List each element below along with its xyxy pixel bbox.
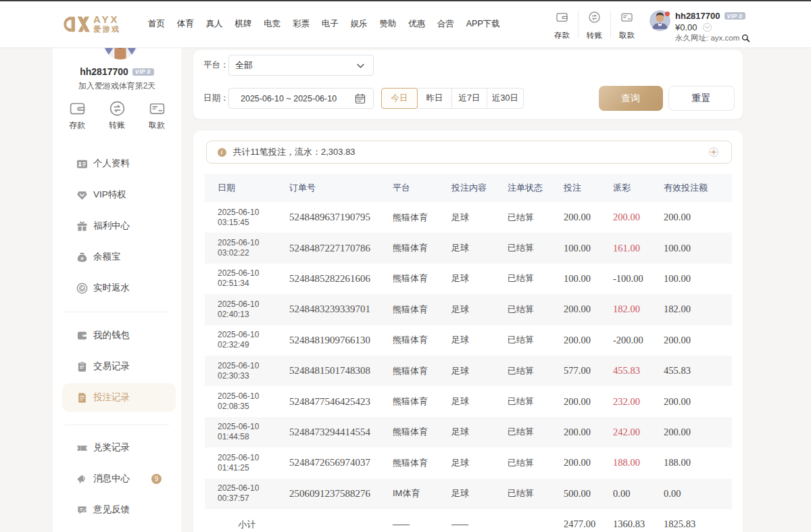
header-action-label: 转账 [587, 31, 602, 39]
megaphone-icon [76, 473, 88, 485]
cell-payout: 182.00 [613, 304, 664, 315]
main-nav: 首页体育真人棋牌电竞彩票电子娱乐赞助优惠合营APP下载 [148, 0, 512, 48]
nav-item[interactable]: 体育 [177, 18, 194, 30]
search-button[interactable]: 查询 [599, 86, 663, 111]
rebate-coin-icon [76, 283, 88, 294]
nav-item[interactable]: 真人 [206, 18, 223, 30]
quick-range-button[interactable]: 近30日 [487, 88, 524, 109]
summary-bar: i 共计11笔投注，流水：2,303.83 [206, 141, 732, 164]
cell-date: 2025-06-1003:02:22 [205, 238, 289, 258]
sidebar-item-id-card[interactable]: 个人资料 [53, 148, 181, 179]
cell-date: 2025-06-1000:37:57 [205, 483, 289, 504]
sidebar-item-rebate-coin[interactable]: 实时返水 [53, 272, 181, 304]
nav-item[interactable]: APP下载 [466, 18, 500, 30]
cell-valid-amount: 188.00 [664, 457, 732, 468]
nav-item[interactable]: 棋牌 [235, 18, 251, 30]
cell-valid-amount: 200.00 [664, 396, 732, 408]
table-row: 2025-06-1003:02:225248487227170786熊猫体育足球… [205, 233, 732, 263]
table-row: 2025-06-1002:40:135248483239339701熊猫体育足球… [205, 294, 732, 324]
sidebar-shortcut-label: 转账 [109, 120, 125, 131]
sidebar-shortcut-label: 存款 [69, 120, 85, 131]
expand-plus-icon[interactable] [709, 147, 718, 157]
cell-bet-amount: 200.00 [564, 396, 613, 408]
betting-records-page: AYX 爱游戏 首页体育真人棋牌电竞彩票电子娱乐赞助优惠合营APP下载 存款转账… [0, 0, 811, 532]
cell-payout: 161.00 [613, 243, 664, 254]
header-username[interactable]: hh2817700 [675, 11, 720, 21]
cell-platform: 熊猫体育 [393, 457, 451, 469]
sidebar-item-feedback[interactable]: 意见反馈 [53, 494, 181, 525]
header-action-transfer[interactable]: 转账 [579, 9, 610, 39]
header-action-withdraw[interactable]: 取款 [611, 9, 643, 39]
cell-date: 2025-06-1001:41:25 [205, 453, 289, 473]
id-card-icon [76, 158, 88, 170]
sidebar-item-gift[interactable]: 福利中心 [53, 210, 181, 241]
cell-payout: 200.00 [613, 212, 664, 223]
joined-note: 加入爱游戏体育第2天 [53, 80, 181, 92]
quick-range-group: 今日昨日近7日近30日 [381, 88, 524, 109]
nav-item[interactable]: 合营 [437, 18, 454, 30]
table-row: 2025-06-1002:32:495248481909766130熊猫体育足球… [205, 325, 732, 356]
sidebar-shortcuts: 存款转账取款 [60, 100, 174, 131]
sidebar-item-clipboard[interactable]: 交易记录 [53, 351, 181, 382]
quick-range-button[interactable]: 昨日 [417, 88, 452, 109]
column-header: 投注内容 [451, 182, 508, 194]
sidebar-item-money-bag[interactable]: 余额宝 [53, 241, 181, 272]
subtotal-label: 小计 [205, 518, 289, 531]
header-action-label: 取款 [619, 31, 635, 39]
cell-date: 2025-06-1002:30:33 [205, 361, 289, 381]
balance-chevron-down-icon[interactable] [703, 23, 712, 32]
cell-valid-amount: 100.00 [664, 273, 732, 285]
reset-button[interactable]: 重置 [668, 86, 735, 111]
sidebar-item-bet-record[interactable]: 投注记录 [53, 382, 181, 413]
sidebar-shortcut-deposit[interactable]: 存款 [60, 100, 94, 131]
nav-item[interactable]: 首页 [148, 18, 165, 30]
platform-select[interactable]: 全部 [228, 55, 374, 76]
cell-date: 2025-06-1002:08:35 [205, 391, 289, 412]
cell-bet-content: 足球 [451, 457, 508, 469]
cell-order-number: 5248483239339701 [289, 304, 393, 315]
sidebar-item-vip-gem[interactable]: VIP特权 [53, 179, 181, 210]
nav-item[interactable]: 优惠 [408, 18, 425, 30]
quick-range-button[interactable]: 今日 [381, 88, 418, 109]
sidebar: hh2817700 VIP 0 加入爱游戏体育第2天 存款转账取款 个人资料VI… [53, 20, 181, 532]
nav-item[interactable]: 电竞 [264, 18, 280, 30]
cell-payout: -100.00 [613, 273, 664, 285]
sidebar-shortcut-transfer[interactable]: 转账 [100, 100, 134, 131]
cell-status: 已结算 [508, 487, 564, 500]
quick-range-button[interactable]: 近7日 [451, 88, 487, 109]
cell-order-number: 5248481501748308 [289, 365, 393, 377]
brand-logo[interactable]: AYX 爱游戏 [63, 14, 121, 34]
cell-order-number: 5248487227170786 [289, 243, 393, 254]
sidebar-item-label: 余额宝 [93, 251, 121, 263]
brand-name-cn: 爱游戏 [93, 25, 121, 34]
sidebar-shortcut-withdraw[interactable]: 取款 [140, 100, 174, 131]
date-range-value: 2025-06-10 ~ 2025-06-10 [241, 94, 337, 103]
sidebar-item-wallet[interactable]: 我的钱包 [53, 320, 181, 351]
header: AYX 爱游戏 首页体育真人棋牌电竞彩票电子娱乐赞助优惠合营APP下载 存款转账… [0, 0, 811, 48]
cell-status: 已结算 [508, 426, 564, 438]
cell-status: 已结算 [508, 272, 564, 285]
header-action-label: 存款 [554, 31, 570, 39]
header-wallet-actions: 存款转账取款 [546, 9, 643, 39]
brand-logo-mark-icon [63, 15, 90, 34]
sidebar-item-label: 个人资料 [93, 158, 130, 170]
cell-status: 已结算 [508, 334, 564, 346]
sidebar-item-megaphone[interactable]: 消息中心9 [53, 463, 181, 494]
platform-label: 平台： [203, 59, 228, 71]
clipboard-icon [76, 361, 88, 372]
search-icon[interactable] [741, 34, 750, 43]
header-action-deposit[interactable]: 存款 [546, 9, 578, 39]
nav-item[interactable]: 电子 [322, 18, 339, 30]
cell-bet-content: 足球 [451, 365, 508, 377]
table-subtotal-row: 小计————2477.001360.831825.83 [205, 509, 732, 532]
sidebar-item-label: 兑奖记录 [93, 441, 130, 454]
nav-item[interactable]: 赞助 [379, 18, 396, 30]
cell-bet-content: 足球 [451, 272, 508, 285]
cell-bet-amount: 100.00 [564, 273, 613, 285]
date-range-input[interactable]: 2025-06-10 ~ 2025-06-10 [228, 88, 374, 109]
withdraw-icon [620, 11, 633, 24]
nav-item[interactable]: 彩票 [293, 18, 310, 30]
nav-item[interactable]: 娱乐 [351, 18, 368, 30]
sidebar-item-ticket[interactable]: 兑奖记录 [53, 432, 181, 463]
column-header: 平台 [393, 182, 451, 194]
